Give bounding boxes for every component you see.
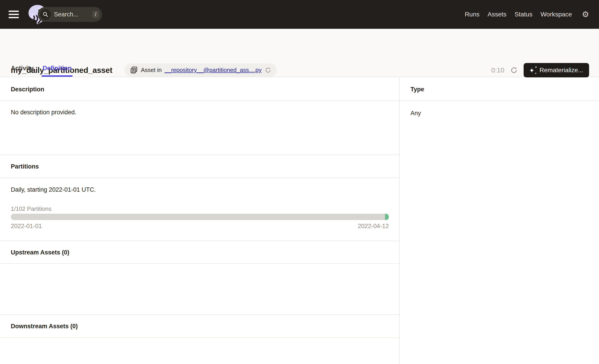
description-body: No description provided. bbox=[11, 109, 76, 116]
asset-location-pill: Asset in __repository__@partitioned_ass.… bbox=[124, 63, 277, 77]
column-divider bbox=[399, 78, 400, 364]
reload-repository-icon[interactable] bbox=[265, 67, 271, 74]
divider bbox=[400, 101, 599, 101]
repository-link[interactable]: __repository__@partitioned_ass....py bbox=[165, 67, 262, 74]
search-shortcut-key: / bbox=[92, 11, 99, 18]
rematerialize-label: Rematerialize... bbox=[539, 67, 583, 74]
asset-tabs: Activity Definition bbox=[11, 65, 71, 77]
divider bbox=[0, 155, 399, 155]
partition-progress-fill bbox=[385, 214, 389, 220]
sparkle-icon: ✦✦✦ bbox=[529, 66, 536, 74]
asset-page-header: my_daily_partitioned_asset Asset in __re… bbox=[0, 29, 599, 77]
divider bbox=[0, 178, 399, 178]
search-input[interactable] bbox=[54, 7, 83, 22]
header-actions: 0:10 ✦✦✦ Rematerialize... bbox=[491, 60, 589, 80]
partition-range: 2022-01-01 2022-04-12 bbox=[11, 223, 389, 230]
dagster-asset-page: / Runs Assets Status Workspace ⚙ my_dail… bbox=[0, 0, 599, 364]
refresh-icon[interactable] bbox=[510, 66, 518, 74]
refresh-countdown: 0:10 bbox=[491, 66, 504, 74]
nav-item-runs[interactable]: Runs bbox=[465, 11, 479, 18]
upstream-section-title: Upstream Assets (0) bbox=[11, 249, 69, 256]
asset-group-icon bbox=[130, 66, 138, 74]
type-value: Any bbox=[410, 110, 421, 117]
partition-progress-bar bbox=[11, 214, 389, 220]
definition-content: Description No description provided. Par… bbox=[0, 78, 599, 364]
settings-gear-icon[interactable]: ⚙ bbox=[582, 10, 589, 18]
tab-definition[interactable]: Definition bbox=[43, 65, 71, 77]
partition-count: 1/102 Partitions bbox=[11, 205, 52, 212]
divider bbox=[0, 101, 399, 101]
hamburger-menu-icon[interactable] bbox=[9, 11, 19, 18]
partition-range-end: 2022-04-12 bbox=[358, 223, 389, 230]
global-search: / bbox=[38, 7, 102, 22]
divider bbox=[0, 241, 399, 241]
divider bbox=[0, 338, 399, 338]
partition-range-start: 2022-01-01 bbox=[11, 223, 42, 230]
type-section-title: Type bbox=[410, 86, 424, 93]
partition-schedule: Daily, starting 2022-01-01 UTC. bbox=[11, 186, 96, 193]
nav-item-status[interactable]: Status bbox=[515, 11, 532, 18]
description-section-title: Description bbox=[11, 86, 44, 93]
rematerialize-button[interactable]: ✦✦✦ Rematerialize... bbox=[524, 63, 589, 77]
divider bbox=[0, 263, 399, 264]
nav-links: Runs Assets Status Workspace ⚙ bbox=[465, 0, 589, 29]
nav-item-workspace[interactable]: Workspace bbox=[540, 11, 572, 18]
tab-activity[interactable]: Activity bbox=[11, 65, 34, 77]
downstream-section-title: Downstream Assets (0) bbox=[11, 323, 78, 330]
top-nav-bar: / Runs Assets Status Workspace ⚙ bbox=[0, 0, 599, 29]
asset-in-label: Asset in bbox=[141, 67, 162, 74]
search-icon bbox=[40, 9, 51, 20]
partitions-section-title: Partitions bbox=[11, 163, 39, 170]
nav-item-assets[interactable]: Assets bbox=[488, 11, 507, 18]
divider bbox=[0, 314, 399, 315]
